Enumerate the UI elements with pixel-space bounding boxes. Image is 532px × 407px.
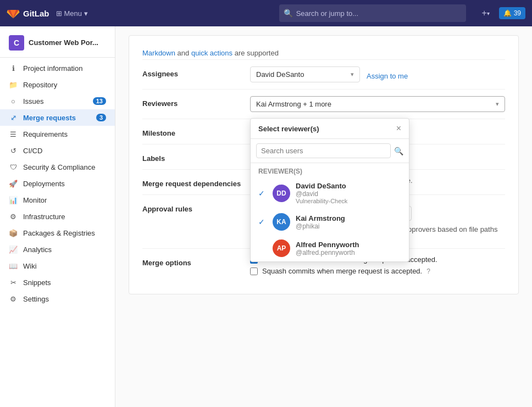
avatar: AP xyxy=(273,239,290,257)
list-item[interactable]: ✓ AP Alfred Pennyworth @alfred.pennywort… xyxy=(251,235,409,261)
analytics-icon: 📈 xyxy=(9,245,18,254)
popup-header: Select reviewer(s) × xyxy=(251,119,409,139)
check-icon: ✓ xyxy=(258,218,267,226)
issues-badge: 13 xyxy=(93,97,106,105)
repository-icon: 📁 xyxy=(9,80,18,89)
list-item[interactable]: ✓ KA Kai Armstrong @phikai xyxy=(251,209,409,235)
search-users-input[interactable] xyxy=(256,143,391,158)
deployments-icon: 🚀 xyxy=(9,179,18,188)
sidebar-item-analytics[interactable]: 📈 Analytics xyxy=(0,241,115,258)
bell-icon: 🔔 xyxy=(503,9,512,17)
sidebar-item-repository[interactable]: 📁 Repository xyxy=(0,76,115,93)
project-header[interactable]: C Customer Web Por... xyxy=(0,31,115,58)
reviewers-label: Reviewers xyxy=(142,96,241,108)
user-info: David DeSanto @david Vulnerability-Check xyxy=(296,182,401,204)
sidebar-item-infrastructure[interactable]: ⚙ Infrastructure xyxy=(0,208,115,225)
squash-commits-row: Squash commits when merge request is acc… xyxy=(250,267,505,275)
reviewers-select[interactable]: Kai Armstrong + 1 more ▾ xyxy=(250,96,505,112)
assign-me-link[interactable]: Assign to me xyxy=(367,72,408,80)
user-name: David DeSanto xyxy=(296,182,401,190)
user-info: Alfred Pennyworth @alfred.pennyworth xyxy=(296,241,401,257)
notifications-button[interactable]: 🔔 39 xyxy=(499,7,525,19)
sidebar-item-issues[interactable]: ○ Issues 13 xyxy=(0,93,115,109)
nav-icons: + ▾ 🔔 39 xyxy=(477,4,525,22)
reviewer-popup: Select reviewer(s) × 🔍 Reviewer(s) ✓ xyxy=(250,118,409,262)
sidebar-item-security-compliance[interactable]: 🛡 Security & Compliance xyxy=(0,159,115,175)
search-icon: 🔍 xyxy=(284,9,293,18)
reviewers-chevron-icon: ▾ xyxy=(496,101,499,108)
user-name: Alfred Pennyworth xyxy=(296,241,401,249)
main-content: Markdown and quick actions are supported… xyxy=(115,26,532,407)
infrastructure-icon: ⚙ xyxy=(9,212,18,221)
popup-user-list: ✓ DD David DeSanto @david Vulnerability-… xyxy=(251,177,409,261)
form-section: Markdown and quick actions are supported… xyxy=(129,35,519,294)
reviewers-control: Kai Armstrong + 1 more ▾ Select reviewer… xyxy=(250,96,505,112)
help-icon[interactable]: ? xyxy=(426,267,430,275)
user-name: Kai Armstrong xyxy=(296,214,401,222)
sidebar: C Customer Web Por... ℹ Project informat… xyxy=(0,26,115,407)
top-navigation: GitLab ⊞ Menu ▾ 🔍 + ▾ 🔔 39 xyxy=(0,0,532,26)
requirements-icon: ☰ xyxy=(9,130,18,138)
sidebar-item-packages-registries[interactable]: 📦 Packages & Registries xyxy=(0,225,115,241)
wiki-icon: 📖 xyxy=(9,261,18,270)
markdown-note: Markdown and quick actions are supported xyxy=(142,44,505,59)
project-initial: C xyxy=(9,35,24,51)
sidebar-item-snippets[interactable]: ✂ Snippets xyxy=(0,274,115,291)
project-name: Customer Web Por... xyxy=(29,38,98,47)
popup-close-button[interactable]: × xyxy=(396,124,401,133)
popup-section-label: Reviewer(s) xyxy=(251,163,409,177)
assignees-chevron-icon: ▾ xyxy=(351,71,354,78)
popup-search-area: 🔍 xyxy=(251,139,409,163)
sidebar-item-deployments[interactable]: 🚀 Deployments xyxy=(0,175,115,192)
grid-icon: ⊞ xyxy=(56,9,62,18)
sidebar-item-monitor[interactable]: 📊 Monitor xyxy=(0,192,115,208)
approval-label: Approval rules xyxy=(142,202,241,213)
snippets-icon: ✂ xyxy=(9,278,18,287)
shield-icon: 🛡 xyxy=(9,163,18,171)
user-handle: @phikai xyxy=(296,222,401,230)
quick-actions-link[interactable]: quick actions xyxy=(191,49,232,57)
merge-requests-icon: ⤢ xyxy=(9,113,18,122)
issues-icon: ○ xyxy=(9,97,18,105)
user-role: Vulnerability-Check xyxy=(296,198,401,204)
sidebar-item-settings[interactable]: ⚙ Settings xyxy=(0,291,115,307)
global-search[interactable]: 🔍 xyxy=(279,4,466,22)
milestone-label: Milestone xyxy=(142,126,241,137)
check-icon: ✓ xyxy=(258,189,267,198)
user-info: Kai Armstrong @phikai xyxy=(296,214,401,230)
squash-commits-label: Squash commits when merge request is acc… xyxy=(262,267,422,275)
search-icon: 🔍 xyxy=(394,147,403,155)
menu-chevron-icon: ▾ xyxy=(84,9,88,18)
sidebar-item-wiki[interactable]: 📖 Wiki xyxy=(0,258,115,274)
labels-label: Labels xyxy=(142,151,241,163)
sidebar-item-requirements[interactable]: ☰ Requirements xyxy=(0,126,115,142)
assignees-select[interactable]: David DeSanto ▾ xyxy=(250,66,360,82)
user-handle: @alfred.pennyworth xyxy=(296,249,401,257)
assignees-row: Assignees David DeSanto ▾ Assign to me xyxy=(142,59,505,89)
info-icon: ℹ xyxy=(9,64,18,73)
gitlab-logo[interactable]: GitLab xyxy=(7,7,49,20)
search-input[interactable] xyxy=(296,9,462,18)
markdown-link[interactable]: Markdown xyxy=(142,49,175,57)
assignees-label: Assignees xyxy=(142,66,241,78)
assignees-control: David DeSanto ▾ Assign to me xyxy=(250,66,505,82)
packages-icon: 📦 xyxy=(9,228,18,237)
settings-icon: ⚙ xyxy=(9,294,18,303)
merge-deps-label: Merge request dependencies xyxy=(142,176,241,188)
avatar: KA xyxy=(273,213,290,231)
monitor-icon: 📊 xyxy=(9,196,18,204)
avatar: DD xyxy=(273,185,290,202)
merge-options-label: Merge options xyxy=(142,255,241,267)
sidebar-item-project-information[interactable]: ℹ Project information xyxy=(0,60,115,76)
list-item[interactable]: ✓ DD David DeSanto @david Vulnerability-… xyxy=(251,177,409,209)
reviewers-row: Reviewers Kai Armstrong + 1 more ▾ Selec… xyxy=(142,89,505,119)
gitlab-wordmark: GitLab xyxy=(23,9,49,18)
merge-requests-badge: 3 xyxy=(96,114,106,121)
squash-commits-checkbox[interactable] xyxy=(250,267,258,275)
sidebar-item-merge-requests[interactable]: ⤢ Merge requests 3 xyxy=(0,109,115,126)
menu-button[interactable]: ⊞ Menu ▾ xyxy=(56,9,88,18)
cicd-icon: ↺ xyxy=(9,146,18,155)
chevron-down-icon: ▾ xyxy=(487,10,490,16)
new-item-button[interactable]: + ▾ xyxy=(477,4,495,22)
sidebar-item-cicd[interactable]: ↺ CI/CD xyxy=(0,142,115,159)
